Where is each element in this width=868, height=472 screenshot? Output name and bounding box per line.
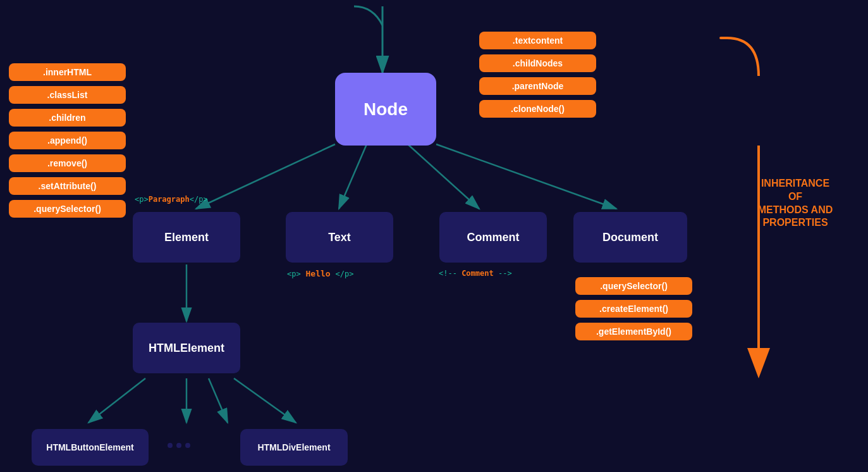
badge-querySelector-doc: .querySelector() <box>575 277 692 295</box>
dot-1 <box>168 443 173 448</box>
svg-line-4 <box>408 144 479 209</box>
badge-classList: .classList <box>9 86 126 104</box>
text-box: Text <box>286 212 393 263</box>
node-box: Node <box>335 73 436 146</box>
badge-append: .append() <box>9 132 126 149</box>
arrows-svg <box>0 0 868 472</box>
left-badges: .innerHTML .classList .children .append(… <box>9 63 126 218</box>
badge-textcontent: .textcontent <box>479 32 596 49</box>
svg-line-5 <box>436 144 616 209</box>
document-badges: .querySelector() .createElement() .getEl… <box>575 277 692 340</box>
diagram-container: .innerHTML .classList .children .append(… <box>0 0 868 472</box>
dots-group <box>168 443 190 448</box>
code-element-label: <p>Paragraph</p> <box>135 195 208 204</box>
badge-remove: .remove() <box>9 154 126 172</box>
code-text-label: <p> Hello </p> <box>287 269 353 278</box>
badge-parentNode: .parentNode <box>479 77 596 95</box>
node-property-badges: .textcontent .childNodes .parentNode .cl… <box>479 32 596 118</box>
dot-2 <box>176 443 181 448</box>
badge-querySelector-left: .querySelector() <box>9 200 126 218</box>
badge-createElement: .createElement() <box>575 300 692 318</box>
element-box: Element <box>133 212 240 263</box>
badge-getElementById: .getElementById() <box>575 323 692 340</box>
html-element-box: HTMLElement <box>133 323 240 373</box>
html-div-element-box: HTMLDivElement <box>240 429 348 466</box>
dot-3 <box>185 443 190 448</box>
html-button-element-box: HTMLButtonElement <box>32 429 149 466</box>
code-comment-label: <!-- Comment --> <box>439 269 512 278</box>
document-box: Document <box>573 212 687 263</box>
badge-cloneNode: .cloneNode() <box>479 100 596 118</box>
svg-line-9 <box>209 378 228 423</box>
svg-line-7 <box>89 378 145 423</box>
badge-children: .children <box>9 109 126 127</box>
badge-childNodes: .childNodes <box>479 54 596 72</box>
inheritance-label: INHERITANCE OF METHODS AND PROPERTIES <box>757 177 833 230</box>
svg-line-3 <box>339 144 367 209</box>
badge-setAttribute: .setAttribute() <box>9 177 126 195</box>
badge-innerHTML: .innerHTML <box>9 63 126 81</box>
svg-line-10 <box>234 378 296 423</box>
comment-box: Comment <box>439 212 547 263</box>
svg-line-2 <box>196 144 335 209</box>
